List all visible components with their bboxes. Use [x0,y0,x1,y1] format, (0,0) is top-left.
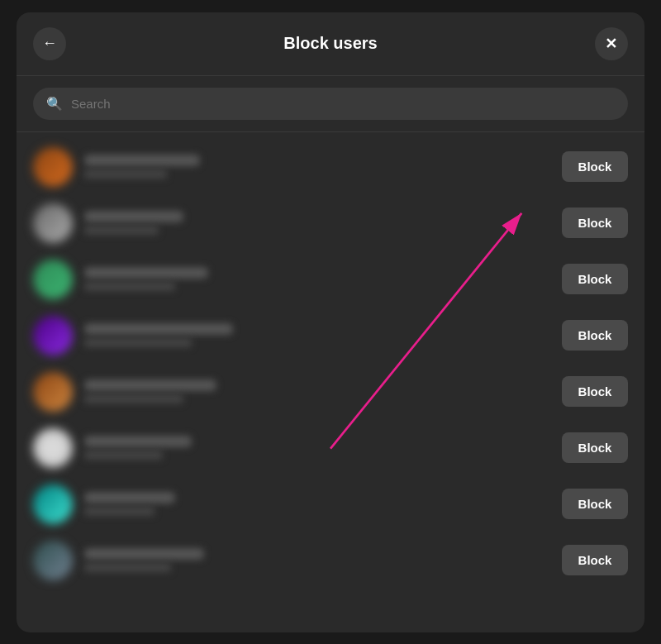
list-item: Block [17,364,644,420]
user-info [84,155,550,179]
user-handle [84,563,171,572]
user-list: Block Block Block Block [17,132,644,632]
user-handle [84,451,163,460]
block-button-1[interactable]: Block [562,151,628,182]
user-name [84,492,175,503]
search-input[interactable] [71,97,615,111]
list-item: Block [17,476,644,532]
avatar [33,541,73,580]
user-info [84,548,550,572]
modal-header: ← Block users ✕ [17,12,644,76]
modal-block-users: ← Block users ✕ 🔍 B [17,12,644,632]
user-handle [84,394,183,403]
user-handle [84,226,159,235]
user-info [84,379,550,403]
avatar [33,316,73,355]
back-button[interactable]: ← [33,27,66,60]
user-info [84,211,550,235]
search-input-wrapper: 🔍 [33,88,628,120]
avatar [33,372,73,412]
user-info [84,492,550,516]
avatar [33,428,73,468]
list-item: Block [17,308,644,364]
user-name [84,379,216,391]
search-icon: 🔍 [46,96,63,112]
user-info [84,436,550,460]
user-handle [84,507,155,516]
block-button-8[interactable]: Block [562,545,628,575]
block-button-2[interactable]: Block [562,208,628,238]
avatar [33,147,73,187]
avatar [33,260,73,299]
block-button-7[interactable]: Block [562,489,628,519]
user-name [84,436,192,447]
block-button-6[interactable]: Block [562,432,628,463]
list-item: Block [17,195,644,251]
user-name [84,548,204,560]
user-info [84,323,550,347]
block-button-5[interactable]: Block [562,376,628,407]
user-name [84,155,200,166]
user-info [84,267,550,291]
modal-title: Block users [283,34,377,53]
search-bar: 🔍 [17,76,644,132]
avatar [33,203,73,243]
user-name [84,267,208,279]
close-button[interactable]: ✕ [595,27,628,60]
list-item: Block [17,251,644,308]
user-handle [84,169,167,179]
avatar [33,484,73,524]
block-button-4[interactable]: Block [562,320,628,351]
list-item: Block [17,139,644,195]
block-button-3[interactable]: Block [562,264,628,294]
user-name [84,323,233,335]
user-handle [84,282,175,291]
user-handle [84,338,192,347]
list-item: Block [17,420,644,476]
list-item: Block [17,532,644,589]
user-name [84,211,183,222]
